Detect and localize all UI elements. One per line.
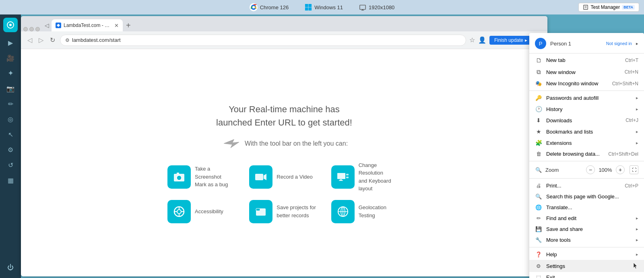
- zoom-icon: 🔍: [535, 167, 542, 173]
- menu-help[interactable]: ❓ Help ▸: [529, 249, 644, 260]
- sidebar-item-screenshot[interactable]: 📷: [3, 81, 18, 96]
- feature-geolocation: Geolocation Testing: [331, 200, 401, 223]
- feature-resolution-icon: [331, 165, 355, 189]
- incognito-label: New Incognito window: [546, 80, 608, 86]
- menu-downloads[interactable]: ⬇ Downloads Ctrl+J: [529, 115, 644, 126]
- more-tools-label: More tools: [546, 237, 632, 243]
- menu-print[interactable]: 🖨 Print... Ctrl+P: [529, 180, 644, 191]
- menu-history[interactable]: 🕐 History ▸: [529, 103, 644, 115]
- sidebar-logo[interactable]: [3, 18, 18, 32]
- menu-new-tab[interactable]: 🗋 New tab Ctrl+T: [529, 54, 644, 66]
- forward-button[interactable]: ▷: [37, 35, 45, 45]
- sidebar-item-cursor[interactable]: ↖: [3, 127, 18, 142]
- finish-update-arrow: ▸: [525, 37, 527, 43]
- sidebar-item-video[interactable]: 🎥: [3, 51, 18, 65]
- window-close-button[interactable]: [35, 27, 40, 31]
- feature-screenshot: Take a Screenshot Mark as a bug: [167, 161, 237, 193]
- svg-rect-22: [346, 177, 349, 178]
- zoom-in-button[interactable]: +: [616, 165, 625, 174]
- sidebar-item-analytics[interactable]: ◎: [3, 112, 18, 126]
- new-window-shortcut: Ctrl+N: [625, 69, 638, 75]
- tab-close-button[interactable]: ✕: [114, 23, 119, 29]
- downloads-label: Downloads: [546, 117, 621, 124]
- svg-rect-9: [361, 10, 364, 10]
- more-tools-icon: 🔧: [535, 237, 542, 243]
- feature-accessibility: Accessibility: [167, 200, 237, 223]
- sidebar-item-integration[interactable]: ✦: [3, 66, 18, 80]
- resolution-info: 1920x1080: [359, 4, 394, 11]
- bookmark-button[interactable]: ☆: [469, 36, 475, 44]
- bookmarks-icon: ★: [535, 128, 542, 135]
- svg-rect-23: [340, 179, 342, 180]
- sidebar-item-bug[interactable]: ✏: [3, 97, 18, 111]
- extensions-label: Extensions: [546, 140, 632, 146]
- menu-bookmarks[interactable]: ★ Bookmarks and lists ▸: [529, 126, 644, 137]
- active-tab[interactable]: LambdaTest.com - Get Started ✕: [52, 19, 123, 31]
- toolbar-desc-text: With the tool bar on the left you can:: [245, 140, 348, 147]
- heading-line2: launched Enter URL to get started!: [216, 116, 352, 129]
- tab-favicon-icon: [56, 23, 60, 27]
- zoom-out-button[interactable]: −: [586, 165, 595, 174]
- logo-icon: [6, 21, 14, 29]
- windows-icon: [305, 4, 312, 11]
- menu-extensions[interactable]: 🧩 Extensions ▸: [529, 137, 644, 148]
- menu-new-window[interactable]: ⧉ New window Ctrl+N: [529, 66, 644, 78]
- menu-save-share[interactable]: 💾 Save and share ▸: [529, 224, 644, 235]
- svg-point-2: [252, 6, 255, 8]
- window-minimize-button[interactable]: [23, 27, 28, 31]
- svg-rect-20: [337, 173, 345, 179]
- finish-update-button[interactable]: Finish update ▸: [489, 36, 532, 45]
- profile-arrow: ▸: [636, 41, 638, 46]
- feature-geolocation-label: Geolocation Testing: [359, 204, 401, 219]
- new-tab-button[interactable]: +: [124, 19, 133, 31]
- profile-avatar: P: [535, 38, 546, 49]
- test-manager-button[interactable]: Test Manager BETA: [578, 3, 639, 12]
- print-label: Print...: [546, 183, 621, 189]
- os-label: Windows 11: [314, 4, 343, 10]
- zoom-fullscreen-button[interactable]: ⛶: [630, 165, 638, 174]
- reload-button[interactable]: ↻: [48, 35, 57, 45]
- cursor-pointer-icon: [633, 262, 638, 270]
- find-edit-label: Find and edit: [546, 215, 632, 221]
- test-manager-icon: [583, 4, 588, 10]
- url-lock-icon: ⚙: [65, 37, 70, 43]
- menu-delete-data[interactable]: 🗑 Delete browsing data... Ctrl+Shift+Del: [529, 148, 644, 159]
- menu-settings[interactable]: ⚙ Settings: [529, 260, 644, 272]
- svg-rect-17: [177, 173, 179, 174]
- url-bar[interactable]: ⚙ lambdatest.com/start: [60, 35, 466, 46]
- help-label: Help: [546, 251, 632, 257]
- menu-incognito[interactable]: 🎭 New Incognito window Ctrl+Shift+N: [529, 78, 644, 89]
- feature-accessibility-label: Accessibility: [195, 208, 223, 216]
- passwords-arrow: ▸: [636, 95, 638, 101]
- profile-button[interactable]: 👤: [478, 36, 486, 44]
- menu-exit[interactable]: ⬚ Exit: [529, 272, 644, 278]
- chrome-menu: P Person 1 Not signed in ▸ 🗋 New tab Ctr…: [529, 33, 644, 278]
- search-page-label: Search this page with Google...: [546, 194, 638, 200]
- delete-data-label: Delete browsing data...: [546, 151, 604, 157]
- menu-more-tools[interactable]: 🔧 More tools ▸: [529, 235, 644, 245]
- delete-data-icon: 🗑: [535, 151, 542, 157]
- menu-passwords[interactable]: 🔑 Passwords and autofill ▸: [529, 93, 644, 103]
- sidebar-item-device[interactable]: ▦: [3, 173, 18, 187]
- back-button[interactable]: ◁: [26, 35, 34, 45]
- menu-find-edit[interactable]: ✏ Find and edit ▸: [529, 213, 644, 224]
- feature-record: Record a Video: [249, 161, 319, 193]
- sidebar-item-network[interactable]: ↺: [3, 158, 18, 172]
- sidebar-item-power[interactable]: ⏻: [3, 260, 18, 275]
- new-tab-shortcut: Ctrl+T: [625, 58, 638, 63]
- search-page-icon: 🔍: [535, 194, 542, 200]
- browser-info: Chrome 126: [250, 3, 289, 11]
- svg-rect-5: [305, 7, 308, 10]
- menu-search-page[interactable]: 🔍 Search this page with Google...: [529, 191, 644, 202]
- svg-rect-7: [360, 5, 365, 10]
- back-tab-button[interactable]: ◁: [43, 19, 51, 31]
- feature-screenshot-label: Take a Screenshot Mark as a bug: [195, 165, 237, 189]
- beta-badge: BETA: [622, 5, 635, 10]
- os-info: Windows 11: [305, 4, 343, 11]
- sidebar-item-live[interactable]: ▶: [3, 35, 18, 50]
- menu-translate[interactable]: 🌐 Translate...: [529, 202, 644, 213]
- sidebar-item-settings[interactable]: ⚙: [3, 142, 18, 157]
- menu-profile-section[interactable]: P Person 1 Not signed in ▸: [529, 35, 644, 52]
- window-maximize-button[interactable]: [29, 27, 34, 31]
- passwords-icon: 🔑: [535, 95, 542, 101]
